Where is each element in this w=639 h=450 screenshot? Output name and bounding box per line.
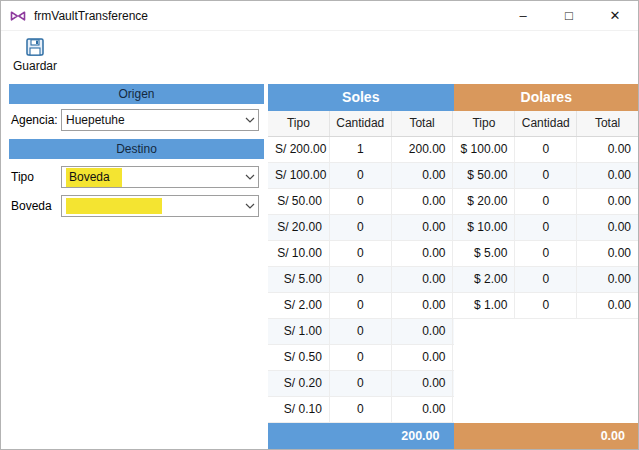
- save-icon: [24, 36, 46, 58]
- soles-cantidad-cell[interactable]: 0: [330, 241, 392, 266]
- soles-row: S/ 5.0000.00: [268, 267, 454, 293]
- save-button[interactable]: Guardar: [9, 34, 61, 75]
- dolares-tipo-cell: $ 10.00: [454, 215, 516, 240]
- soles-row: S/ 2.0000.00: [268, 293, 454, 319]
- dolares-row: $ 100.0000.00: [454, 137, 639, 163]
- soles-row: S/ 100.0000.00: [268, 163, 454, 189]
- dolares-tipo-cell: $ 5.00: [454, 241, 516, 266]
- dolares-total-footer: 0.00: [454, 423, 639, 449]
- soles-total-cell: 0.00: [392, 293, 454, 318]
- dolares-total-cell: 0.00: [577, 293, 639, 318]
- dolares-column-headers: Tipo Cantidad Total: [454, 111, 639, 137]
- denomination-grid: Soles Tipo Cantidad Total S/ 200.001200.…: [268, 84, 639, 449]
- dolares-cantidad-cell[interactable]: 0: [515, 293, 577, 318]
- minimize-icon: –: [519, 8, 526, 23]
- dolares-cantidad-cell[interactable]: 0: [515, 137, 577, 162]
- soles-tipo-cell: S/ 100.00: [268, 163, 330, 188]
- soles-total-cell: 0.00: [392, 397, 454, 422]
- minimize-button[interactable]: –: [500, 1, 546, 30]
- tipo-field-row: Tipo Boveda: [9, 166, 264, 188]
- dolares-tipo-cell: $ 20.00: [454, 189, 516, 214]
- maximize-button[interactable]: □: [546, 1, 592, 30]
- soles-cantidad-cell[interactable]: 0: [330, 345, 392, 370]
- soles-tipo-cell: S/ 10.00: [268, 241, 330, 266]
- dolares-total-value: 0.00: [601, 429, 625, 443]
- soles-row: S/ 10.0000.00: [268, 241, 454, 267]
- soles-total-cell: 0.00: [392, 215, 454, 240]
- app-icon: [10, 8, 26, 24]
- soles-tipo-cell: S/ 2.00: [268, 293, 330, 318]
- soles-total-cell: 0.00: [392, 163, 454, 188]
- soles-cantidad-cell[interactable]: 0: [330, 293, 392, 318]
- soles-tipo-cell: S/ 5.00: [268, 267, 330, 292]
- soles-tipo-cell: S/ 50.00: [268, 189, 330, 214]
- soles-col-header-cantidad: Cantidad: [330, 111, 392, 136]
- soles-total-cell: 0.00: [392, 371, 454, 396]
- dolares-total-cell: 0.00: [577, 241, 639, 266]
- dolares-total-cell: 0.00: [577, 163, 639, 188]
- dolares-col-header-total: Total: [577, 111, 639, 136]
- window-controls: – □ ✕: [500, 1, 638, 30]
- tipo-combo[interactable]: Boveda: [61, 166, 259, 188]
- dolares-total-cell: 0.00: [577, 137, 639, 162]
- agencia-label: Agencia:: [11, 109, 58, 131]
- dolares-row: $ 50.0000.00: [454, 163, 639, 189]
- soles-row: S/ 0.2000.00: [268, 371, 454, 397]
- close-icon: ✕: [610, 8, 621, 23]
- soles-cantidad-cell[interactable]: 0: [330, 215, 392, 240]
- dolares-section: Dolares Tipo Cantidad Total $ 100.0000.0…: [454, 84, 639, 449]
- boveda-combo[interactable]: [61, 195, 259, 217]
- soles-cantidad-cell[interactable]: 0: [330, 319, 392, 344]
- soles-col-header-tipo: Tipo: [268, 111, 330, 136]
- soles-column-headers: Tipo Cantidad Total: [268, 111, 454, 137]
- dolares-rows: $ 100.0000.00$ 50.0000.00$ 20.0000.00$ 1…: [454, 137, 639, 319]
- toolbar: Guardar: [1, 32, 638, 78]
- soles-row: S/ 20.0000.00: [268, 215, 454, 241]
- soles-section: Soles Tipo Cantidad Total S/ 200.001200.…: [268, 84, 454, 449]
- dolares-tipo-cell: $ 1.00: [454, 293, 516, 318]
- transfer-form-panel: Origen Agencia: Huepetuhe Destino Tipo B…: [9, 84, 264, 224]
- soles-col-header-total: Total: [392, 111, 454, 136]
- agencia-combo-value: Huepetuhe: [66, 113, 125, 127]
- soles-tipo-cell: S/ 0.20: [268, 371, 330, 396]
- dolares-col-header-cantidad: Cantidad: [515, 111, 577, 136]
- dolares-section-header: Dolares: [454, 84, 639, 111]
- soles-cantidad-cell[interactable]: 0: [330, 267, 392, 292]
- dolares-cantidad-cell[interactable]: 0: [515, 163, 577, 188]
- origen-header: Origen: [9, 84, 264, 104]
- destino-header: Destino: [9, 139, 264, 159]
- dolares-tipo-cell: $ 100.00: [454, 137, 516, 162]
- dolares-cantidad-cell[interactable]: 0: [515, 267, 577, 292]
- dolares-total-cell: 0.00: [577, 267, 639, 292]
- dolares-col-header-tipo: Tipo: [454, 111, 516, 136]
- dolares-cantidad-cell[interactable]: 0: [515, 241, 577, 266]
- dolares-row: $ 5.0000.00: [454, 241, 639, 267]
- save-button-label: Guardar: [13, 59, 57, 73]
- soles-tipo-cell: S/ 0.50: [268, 345, 330, 370]
- soles-row: S/ 1.0000.00: [268, 319, 454, 345]
- soles-total-cell: 200.00: [392, 137, 454, 162]
- dolares-row: $ 10.0000.00: [454, 215, 639, 241]
- soles-cantidad-cell[interactable]: 0: [330, 189, 392, 214]
- soles-cantidad-cell[interactable]: 1: [330, 137, 392, 162]
- close-button[interactable]: ✕: [592, 1, 638, 30]
- soles-cantidad-cell[interactable]: 0: [330, 163, 392, 188]
- agencia-combo[interactable]: Huepetuhe: [61, 109, 259, 131]
- dolares-cantidad-cell[interactable]: 0: [515, 189, 577, 214]
- soles-tipo-cell: S/ 0.10: [268, 397, 330, 422]
- dolares-total-cell: 0.00: [577, 189, 639, 214]
- agencia-field-row: Agencia: Huepetuhe: [9, 109, 264, 131]
- soles-cantidad-cell[interactable]: 0: [330, 397, 392, 422]
- soles-total-cell: 0.00: [392, 345, 454, 370]
- soles-section-header: Soles: [268, 84, 454, 111]
- soles-total-cell: 0.00: [392, 319, 454, 344]
- tipo-combo-value-highlighted: Boveda: [66, 168, 122, 187]
- dolares-cantidad-cell[interactable]: 0: [515, 215, 577, 240]
- dolares-row: $ 2.0000.00: [454, 267, 639, 293]
- soles-row: S/ 50.0000.00: [268, 189, 454, 215]
- soles-row: S/ 200.001200.00: [268, 137, 454, 163]
- soles-cantidad-cell[interactable]: 0: [330, 371, 392, 396]
- soles-row: S/ 0.1000.00: [268, 397, 454, 423]
- tipo-label: Tipo: [11, 166, 34, 188]
- soles-total-cell: 0.00: [392, 241, 454, 266]
